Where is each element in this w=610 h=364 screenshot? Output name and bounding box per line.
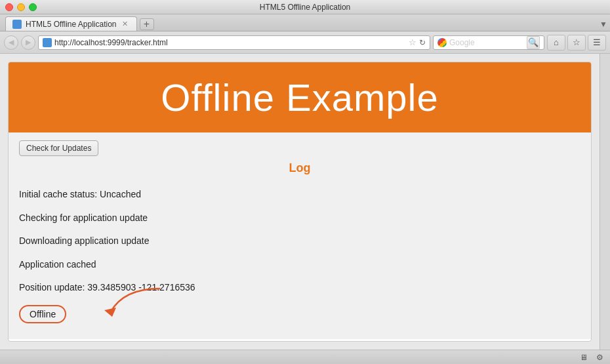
title-bar: HTML5 Offline Application [0,0,610,14]
forward-button[interactable]: ▶ [21,35,35,50]
toolbar-buttons: ⌂ ☆ ☰ [547,35,606,51]
page-header: Offline Example [9,62,591,132]
bookmark-star-icon[interactable]: ☆ [409,37,417,47]
bottom-icon-2[interactable]: ⚙ [593,352,606,363]
log-entry-0: Initial cache status: Uncached [19,183,580,207]
page-title: Offline Example [22,75,578,119]
url-bar[interactable]: http://localhost:9999/tracker.html ☆ ↻ [38,35,430,50]
home-button[interactable]: ⌂ [547,35,565,51]
url-favicon-icon [43,38,52,47]
back-button[interactable]: ◀ [4,35,18,50]
bottom-icon-1[interactable]: 🖥 [577,352,590,363]
address-bar: ◀ ▶ http://localhost:9999/tracker.html ☆… [0,31,610,54]
reload-icon[interactable]: ↻ [419,38,426,47]
search-placeholder: Google [449,38,524,47]
scrollbar[interactable] [600,54,610,350]
tab-close-icon[interactable]: ✕ [121,20,130,29]
log-section: Log Initial cache status: Uncached Check… [19,161,580,323]
minimize-button[interactable] [17,3,25,11]
webpage: Offline Example Check for Updates Log In… [8,62,592,342]
maximize-button[interactable] [29,3,37,11]
search-box[interactable]: Google 🔍 [433,35,544,50]
window-menu-button[interactable]: ▼ [598,18,609,30]
svg-marker-0 [104,308,116,317]
bottom-bar: 🖥 ⚙ [0,350,610,364]
menu-button[interactable]: ☰ [588,35,606,51]
viewport: Offline Example Check for Updates Log In… [0,54,600,350]
log-entry-3: Application cached [19,253,580,277]
offline-container: Offline [19,305,580,323]
window-controls[interactable] [5,3,37,11]
google-icon [437,38,447,47]
window-title: HTML5 Offline Application [260,3,351,12]
close-button[interactable] [5,3,13,11]
arrow-icon [58,285,163,325]
tab-label: HTML5 Offline Application [26,20,117,29]
log-entry-2: Downloading application update [19,230,580,253]
bookmark-button[interactable]: ☆ [567,35,586,51]
tab-bar: HTML5 Offline Application ✕ + ▼ [0,14,610,31]
page-body: Check for Updates Log Initial cache stat… [9,132,591,339]
active-tab[interactable]: HTML5 Offline Application ✕ [5,16,137,31]
new-tab-button[interactable]: + [140,18,154,30]
tab-favicon [12,20,22,29]
log-heading: Log [19,161,580,175]
log-entry-1: Checking for application update [19,207,580,230]
url-text: http://localhost:9999/tracker.html [54,38,406,47]
content-area: Offline Example Check for Updates Log In… [0,54,610,350]
search-button[interactable]: 🔍 [527,36,540,49]
check-updates-button[interactable]: Check for Updates [19,140,98,156]
